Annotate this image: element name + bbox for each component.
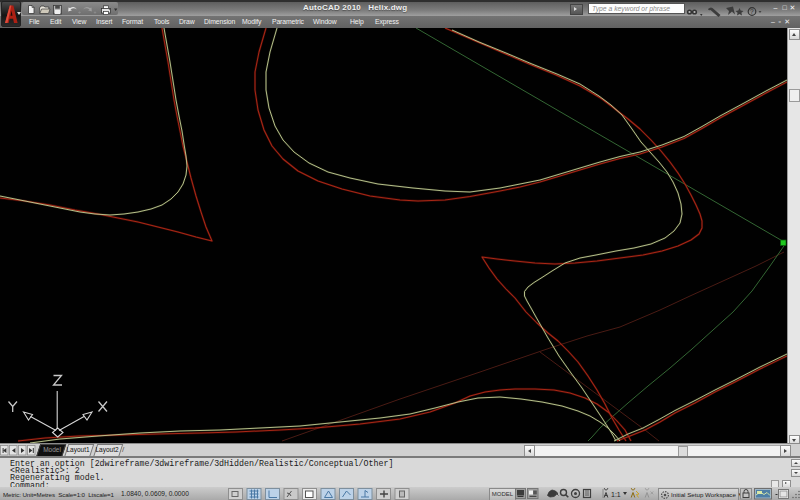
svg-text:?: ? <box>750 8 754 15</box>
svg-text:1:1: 1:1 <box>611 491 621 498</box>
